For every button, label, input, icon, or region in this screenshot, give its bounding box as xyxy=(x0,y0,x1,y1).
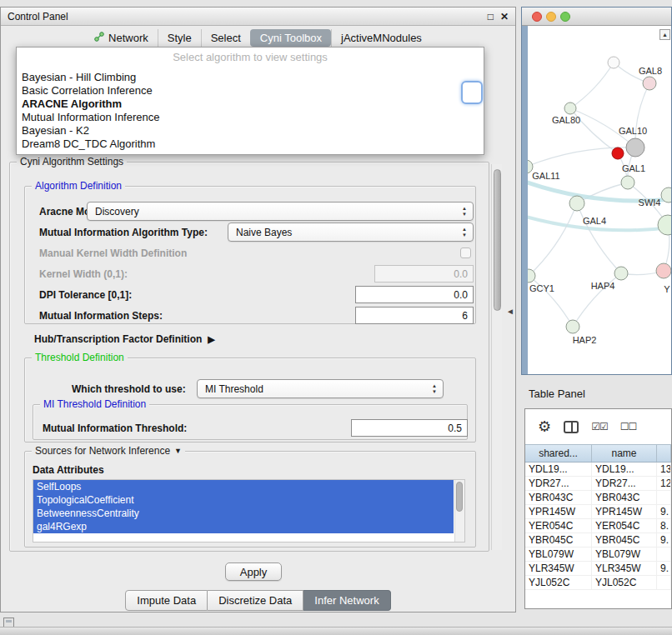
algorithm-option-basic-correlation-inference[interactable]: Basic Correlation Inference xyxy=(17,84,484,98)
panel-collapse-arrow-icon[interactable]: ◄ xyxy=(506,308,514,316)
float-window-icon[interactable]: □ xyxy=(488,12,494,22)
which-threshold-select[interactable]: MI Threshold ▲▼ xyxy=(197,379,444,398)
expand-arrow-icon: ▶ xyxy=(208,334,214,345)
minimize-traffic-light[interactable] xyxy=(546,12,556,22)
network-node-gal80[interactable] xyxy=(564,102,576,114)
settings-scrollbar[interactable] xyxy=(491,164,502,550)
data-attributes-list[interactable]: SelfLoopsTopologicalCoefficientBetweenne… xyxy=(33,479,465,542)
network-node-hap4[interactable] xyxy=(614,267,628,280)
bottom-tab-discretize-data[interactable]: Discretize Data xyxy=(208,590,303,611)
table-row[interactable]: YJL052CYJL052C xyxy=(525,576,671,590)
network-node-gal10[interactable] xyxy=(626,138,644,157)
select-all-checkboxes-icon[interactable]: ☑☑ xyxy=(591,421,608,432)
tab-label: Network xyxy=(108,32,148,44)
table-cell: YBR045C xyxy=(592,533,657,547)
list-scrollbar-thumb[interactable] xyxy=(456,482,463,512)
columns-icon[interactable] xyxy=(564,421,579,433)
table-cell: YJL052C xyxy=(592,576,657,589)
mi-algorithm-type-value: Naive Bayes xyxy=(236,227,292,238)
table-cell xyxy=(657,548,671,561)
network-window-titlebar xyxy=(522,8,671,26)
tab-label: Cyni Toolbox xyxy=(260,32,322,44)
network-node-gal8[interactable] xyxy=(643,77,656,90)
attribute-item-gal4rgexp[interactable]: gal4RGexp xyxy=(33,520,454,533)
mi-steps-field[interactable]: 6 xyxy=(355,307,474,324)
bottom-tab-infer-network[interactable]: Infer Network xyxy=(303,590,390,611)
tab-cyni-toolbox[interactable]: Cyni Toolbox xyxy=(250,29,331,47)
table-row[interactable]: YBR043CYBR043C xyxy=(525,491,671,505)
table-cell: YJL052C xyxy=(525,576,592,589)
algorithm-option-bayesian-k2[interactable]: Bayesian - K2 xyxy=(17,124,484,138)
network-node-label: HAP4 xyxy=(591,281,615,291)
table-row[interactable]: YBL079WYBL079W xyxy=(525,548,671,562)
network-node-gal4[interactable] xyxy=(569,196,584,211)
table-toolbar: ⚙ ☑☑ ☐☐ xyxy=(525,409,671,444)
algorithm-definition-title: Algorithm Definition xyxy=(32,180,125,192)
hub-definition-label: Hub/Transcription Factor Definition xyxy=(34,333,202,345)
table-cell: 8. xyxy=(657,519,671,532)
network-node-gal1[interactable] xyxy=(621,176,634,189)
table-cell: YDL19... xyxy=(592,462,657,476)
algorithm-option-bayesian-hill-climbing[interactable]: Bayesian - Hill Climbing xyxy=(17,71,484,84)
table-cell: YLR345W xyxy=(592,562,657,575)
table-column-header[interactable]: name xyxy=(592,445,657,462)
list-scrollbar[interactable] xyxy=(454,480,464,542)
tab-jactivemnodules[interactable]: jActiveMNodules xyxy=(331,29,431,47)
mi-threshold-definition-title: MI Threshold Definition xyxy=(40,398,149,410)
table-row[interactable]: YER054CYER054C8. xyxy=(525,519,671,533)
table-row[interactable]: YBR045CYBR045C9. xyxy=(525,533,671,548)
which-threshold-label: Which threshold to use: xyxy=(72,383,186,395)
close-traffic-light[interactable] xyxy=(532,12,542,22)
mi-algorithm-type-select[interactable]: Naive Bayes ▲▼ xyxy=(228,222,474,242)
table-row[interactable]: YPR145WYPR145W9. xyxy=(525,505,671,519)
tab-style[interactable]: Style xyxy=(158,29,201,47)
table-column-header[interactable] xyxy=(657,445,671,462)
table-cell: YDR27... xyxy=(592,477,657,490)
manual-kernel-width-checkbox[interactable] xyxy=(460,248,471,258)
table-row[interactable]: YDL19...YDL19...13 xyxy=(525,462,671,477)
dpi-tolerance-label: DPI Tolerance [0,1]: xyxy=(39,289,132,301)
tab-network[interactable]: Network xyxy=(85,29,158,47)
zoom-traffic-light[interactable] xyxy=(560,12,570,22)
status-bar xyxy=(0,627,672,635)
table-cell: YBR045C xyxy=(525,533,592,547)
aracne-mode-select[interactable]: Discovery ▲▼ xyxy=(87,202,474,221)
scroll-up-icon[interactable]: ▲ xyxy=(659,29,670,40)
table-cell: 9. xyxy=(657,505,671,518)
network-node[interactable] xyxy=(608,57,619,68)
network-edge xyxy=(529,203,577,276)
hub-definition-toggle[interactable]: Hub/Transcription Factor Definition ▶ xyxy=(34,333,215,345)
table-column-header[interactable]: shared... xyxy=(525,445,592,462)
kernel-width-field[interactable]: 0.0 xyxy=(374,265,474,282)
network-node-y[interactable] xyxy=(656,263,671,278)
mi-threshold-field[interactable]: 0.5 xyxy=(351,419,468,437)
algorithm-option-aracne-algorithm[interactable]: ARACNE Algorithm xyxy=(17,98,484,111)
algorithm-option-dream8-dc-tdc-algorithm[interactable]: Dream8 DC_TDC Algorithm xyxy=(17,138,484,151)
attribute-item-selfloops[interactable]: SelfLoops xyxy=(33,480,454,493)
apply-button[interactable]: Apply xyxy=(225,562,282,581)
network-node[interactable] xyxy=(658,215,671,235)
network-tab-icon xyxy=(94,32,104,44)
attribute-item-betweennesscentrality[interactable]: BetweennessCentrality xyxy=(33,507,454,520)
attribute-item-topologicalcoefficient[interactable]: TopologicalCoefficient xyxy=(33,493,454,507)
deselect-all-checkboxes-icon[interactable]: ☐☐ xyxy=(620,421,637,432)
network-canvas[interactable]: GAL8GAL80GAL10GAL11GAL1SWI4GAL4GCY1HAP4Y… xyxy=(528,26,671,374)
which-threshold-value: MI Threshold xyxy=(205,383,263,395)
sources-group-title[interactable]: Sources for Network Inference▼ xyxy=(32,445,185,457)
table-row[interactable]: YLR345WYLR345W9. xyxy=(525,562,671,576)
bottom-tab-impute-data[interactable]: Impute Data xyxy=(125,590,208,611)
tab-select[interactable]: Select xyxy=(201,29,250,47)
algorithm-combo-focus-fragment[interactable] xyxy=(461,81,483,104)
network-node[interactable] xyxy=(612,148,624,159)
network-node-label: GAL80 xyxy=(552,115,580,125)
close-window-icon[interactable]: ✕ xyxy=(500,12,509,22)
network-node-hap2[interactable] xyxy=(566,320,579,333)
bottom-tab-bar: Impute DataDiscretize DataInfer Network xyxy=(1,590,515,611)
algorithm-dropdown: Select algorithm to view settings Bayesi… xyxy=(16,47,484,155)
gear-icon[interactable]: ⚙ xyxy=(538,419,551,434)
table-cell: YBL079W xyxy=(525,548,592,561)
table-row[interactable]: YDR27...YDR27...12 xyxy=(525,477,671,491)
algorithm-option-mutual-information-inference[interactable]: Mutual Information Inference xyxy=(17,111,484,124)
dpi-tolerance-field[interactable]: 0.0 xyxy=(355,286,474,303)
settings-scrollbar-thumb[interactable] xyxy=(494,169,501,311)
